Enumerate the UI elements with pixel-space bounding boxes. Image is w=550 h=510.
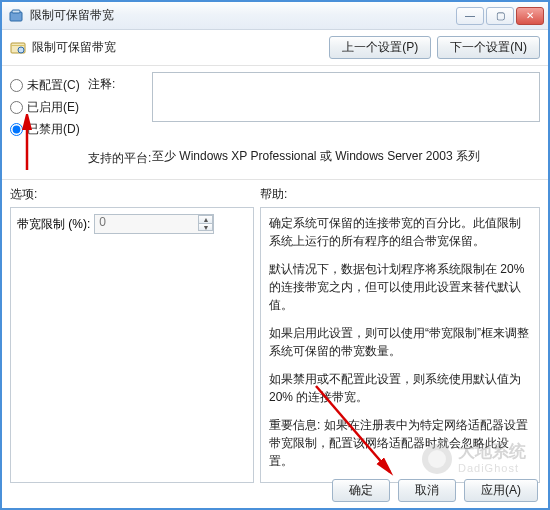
help-section-label: 帮助: [260, 186, 287, 203]
header-title: 限制可保留带宽 [32, 39, 329, 56]
options-panel: 带宽限制 (%): 0 ▲▼ [10, 207, 254, 483]
svg-rect-1 [12, 10, 20, 13]
radio-enabled[interactable]: 已启用(E) [10, 96, 88, 118]
maximize-button[interactable]: ▢ [486, 7, 514, 25]
help-paragraph: 重要信息: 如果在注册表中为特定网络适配器设置带宽限制，配置该网络适配器时就会忽… [269, 416, 531, 470]
bandwidth-limit-input[interactable]: 0 [94, 214, 214, 234]
radio-enabled-label: 已启用(E) [27, 99, 79, 116]
app-icon [8, 8, 24, 24]
minimize-button[interactable]: — [456, 7, 484, 25]
radio-disabled-label: 已禁用(D) [27, 121, 80, 138]
radio-enabled-input[interactable] [10, 101, 23, 114]
bandwidth-limit-label: 带宽限制 (%): [17, 216, 90, 233]
policy-icon [10, 40, 26, 56]
platform-label: 支持的平台: [88, 146, 152, 167]
spin-down-icon[interactable]: ▼ [198, 223, 213, 231]
radio-disabled[interactable]: 已禁用(D) [10, 118, 88, 140]
cancel-button[interactable]: 取消 [398, 479, 456, 502]
window-titlebar: 限制可保留带宽 — ▢ ✕ [2, 2, 548, 30]
ok-button[interactable]: 确定 [332, 479, 390, 502]
help-paragraph: 如果禁用或不配置此设置，则系统使用默认值为 20% 的连接带宽。 [269, 370, 531, 406]
help-paragraph: 如果启用此设置，则可以使用“带宽限制”框来调整系统可保留的带宽数量。 [269, 324, 531, 360]
svg-point-4 [18, 47, 24, 53]
state-radio-group: 未配置(C) 已启用(E) 已禁用(D) [10, 72, 88, 140]
header-row: 限制可保留带宽 上一个设置(P) 下一个设置(N) [2, 30, 548, 66]
help-panel: 确定系统可保留的连接带宽的百分比。此值限制系统上运行的所有程序的组合带宽保留。 … [260, 207, 540, 483]
close-button[interactable]: ✕ [516, 7, 544, 25]
spin-up-icon[interactable]: ▲ [198, 215, 213, 223]
apply-button[interactable]: 应用(A) [464, 479, 538, 502]
radio-not-configured-label: 未配置(C) [27, 77, 80, 94]
next-setting-button[interactable]: 下一个设置(N) [437, 36, 540, 59]
help-paragraph: 确定系统可保留的连接带宽的百分比。此值限制系统上运行的所有程序的组合带宽保留。 [269, 214, 531, 250]
comment-textarea[interactable] [152, 72, 540, 122]
radio-disabled-input[interactable] [10, 123, 23, 136]
radio-not-configured[interactable]: 未配置(C) [10, 74, 88, 96]
prev-setting-button[interactable]: 上一个设置(P) [329, 36, 431, 59]
svg-rect-3 [11, 45, 25, 46]
bandwidth-spinner[interactable]: ▲▼ [198, 215, 213, 231]
help-paragraph: 默认情况下，数据包计划程序将系统限制在 20% 的连接带宽之内，但可以使用此设置… [269, 260, 531, 314]
comment-label: 注释: [88, 72, 152, 93]
radio-not-configured-input[interactable] [10, 79, 23, 92]
dialog-footer: 确定 取消 应用(A) [332, 479, 538, 502]
platform-value: 至少 Windows XP Professional 或 Windows Ser… [152, 146, 480, 167]
separator [2, 179, 548, 180]
options-section-label: 选项: [10, 186, 260, 203]
window-title: 限制可保留带宽 [30, 7, 456, 24]
